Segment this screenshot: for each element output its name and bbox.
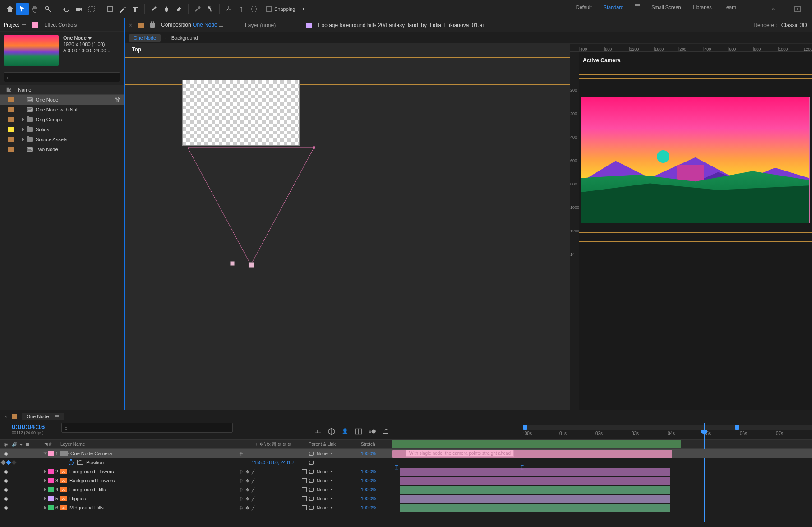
graph-editor-icon[interactable]: [382, 427, 390, 435]
col-layer-name[interactable]: Layer Name: [59, 440, 239, 448]
3d-switch-icon[interactable]: [302, 469, 307, 474]
shy-switch-icon[interactable]: ⊕: [239, 496, 243, 501]
project-item[interactable]: One Node: [0, 95, 124, 105]
layer-label-swatch[interactable]: [48, 478, 54, 483]
video-toggle-icon[interactable]: ◉: [3, 504, 9, 511]
layer-twirl-icon[interactable]: [44, 497, 46, 500]
flowchart-icon[interactable]: [115, 96, 121, 103]
video-toggle-icon[interactable]: ◉: [3, 495, 9, 502]
pickwhip-icon[interactable]: [309, 496, 314, 501]
keyframe-icon[interactable]: ⌶: [395, 464, 398, 470]
draft-3d-icon[interactable]: [328, 427, 336, 435]
layer-twirl-icon[interactable]: [44, 506, 46, 509]
breadcrumb-current[interactable]: One Node: [129, 34, 161, 42]
layer-row[interactable]: ◉ 5 AiHippies ⊕ ✻╱ None 100.0%: [0, 494, 812, 503]
motion-blur-icon[interactable]: [368, 427, 376, 435]
next-keyframe-icon[interactable]: [11, 460, 16, 465]
stretch-value[interactable]: 100.0%: [361, 478, 376, 483]
project-column-header[interactable]: Name: [0, 85, 124, 95]
layer-twirl-icon[interactable]: [44, 453, 47, 455]
parent-dropdown[interactable]: None: [317, 487, 328, 492]
prev-keyframe-icon[interactable]: [0, 460, 5, 465]
axis-view-icon[interactable]: [248, 3, 260, 15]
tab-project[interactable]: Project: [4, 22, 26, 28]
layer-duration-bar[interactable]: [400, 486, 670, 494]
col-label-icon[interactable]: ◥: [44, 442, 48, 447]
zoom-tool-icon[interactable]: [42, 3, 54, 15]
workspace-standard[interactable]: Standard: [604, 3, 624, 15]
workspace-menu-icon[interactable]: [635, 3, 640, 15]
hand-tool-icon[interactable]: [29, 3, 42, 15]
stretch-value[interactable]: 100.0%: [361, 451, 376, 456]
col-solo-icon[interactable]: ●: [20, 442, 23, 447]
puppet-tool-icon[interactable]: [204, 3, 217, 15]
collapse-switch-icon[interactable]: ✻: [245, 478, 249, 483]
layer-label-swatch[interactable]: [48, 487, 54, 492]
parent-dropdown[interactable]: None: [317, 505, 328, 510]
snap-collapse-icon[interactable]: [308, 3, 321, 15]
video-toggle-icon[interactable]: ◉: [3, 477, 9, 484]
breadcrumb-next[interactable]: Background: [171, 35, 198, 41]
comp-mini-flowchart-icon[interactable]: [314, 427, 322, 435]
layer-duration-bar[interactable]: [400, 468, 670, 476]
stretch-value[interactable]: 100.0%: [361, 487, 376, 492]
add-keyframe-icon[interactable]: [6, 460, 11, 465]
layer-row[interactable]: ◉ 1 One Node Camera ⊕ None 100.0%: [0, 449, 812, 458]
quality-switch-icon[interactable]: ╱: [252, 469, 254, 474]
layer-duration-bar[interactable]: [400, 495, 670, 503]
layer-label-swatch[interactable]: [48, 469, 54, 474]
project-item[interactable]: Source Assets: [0, 134, 124, 144]
layer-twirl-icon[interactable]: [44, 479, 46, 482]
project-item[interactable]: Two Node: [0, 144, 124, 154]
layer-label-swatch[interactable]: [48, 496, 54, 501]
layer-duration-bar[interactable]: [400, 477, 670, 485]
tab-footage[interactable]: Footage foreground hills 20/Fantasy_land…: [318, 22, 484, 28]
timeline-timecode[interactable]: 0:00:04:16: [12, 423, 61, 430]
pickwhip-icon[interactable]: [309, 469, 314, 474]
video-toggle-icon[interactable]: ◉: [3, 468, 9, 475]
clone-stamp-tool-icon[interactable]: [160, 3, 173, 15]
stretch-value[interactable]: 100.0%: [361, 496, 376, 501]
camera-tool-icon[interactable]: [73, 3, 85, 15]
renderer-dropdown[interactable]: Classic 3D: [781, 22, 807, 28]
rectangle-tool-icon[interactable]: [104, 3, 116, 15]
collapse-switch-icon[interactable]: ✻: [245, 469, 249, 474]
layer-twirl-icon[interactable]: [44, 470, 46, 473]
eraser-tool-icon[interactable]: [173, 3, 185, 15]
col-stretch[interactable]: Stretch: [361, 440, 392, 448]
project-item[interactable]: Orig Comps: [0, 115, 124, 125]
property-row[interactable]: Position 1155.0,480.0,-2401.7 ⌶ ⌶: [0, 458, 812, 467]
col-lock-icon[interactable]: [25, 442, 30, 447]
stretch-value[interactable]: 100.0%: [361, 469, 376, 474]
label-swatch[interactable]: [8, 117, 14, 122]
overflow-icon[interactable]: »: [767, 3, 780, 15]
label-swatch[interactable]: [8, 137, 14, 142]
pickwhip-icon[interactable]: [309, 487, 314, 492]
3d-switch-icon[interactable]: [302, 496, 307, 501]
pickwhip-icon[interactable]: [309, 505, 314, 510]
parent-dropdown[interactable]: None: [317, 469, 328, 474]
shy-icon[interactable]: 👤: [341, 427, 349, 435]
project-search-input[interactable]: ⌕: [4, 72, 120, 82]
workspace-small[interactable]: Small Screen: [651, 3, 681, 15]
quality-switch-icon[interactable]: ╱: [252, 478, 254, 483]
layer-row[interactable]: ◉ 6 AiMidground Hills ⊕ ✻╱ None 100.0%: [0, 503, 812, 512]
pen-tool-icon[interactable]: [116, 3, 129, 15]
shy-switch-icon[interactable]: ⊕: [239, 478, 243, 483]
pickwhip-icon[interactable]: [309, 451, 314, 456]
work-area-bar[interactable]: [523, 425, 812, 430]
layer-row[interactable]: ◉ 4 AiForeground Hills ⊕ ✻╱ None 100.0%: [0, 485, 812, 494]
parent-dropdown[interactable]: None: [317, 451, 328, 456]
shy-switch-icon[interactable]: ⊕: [239, 469, 243, 474]
timeline-tab[interactable]: One Node: [22, 413, 63, 420]
roto-brush-tool-icon[interactable]: [191, 3, 204, 15]
shy-switch-icon[interactable]: ⊕: [239, 487, 243, 492]
axis-world-icon[interactable]: [235, 3, 248, 15]
project-item[interactable]: One Node with Null: [0, 105, 124, 115]
label-swatch[interactable]: [8, 147, 14, 152]
layer-twirl-icon[interactable]: [44, 488, 46, 491]
home-icon[interactable]: [4, 3, 16, 15]
shy-switch-icon[interactable]: ⊕: [239, 451, 243, 456]
pan-behind-tool-icon[interactable]: [85, 3, 98, 15]
axis-local-icon[interactable]: [222, 3, 235, 15]
